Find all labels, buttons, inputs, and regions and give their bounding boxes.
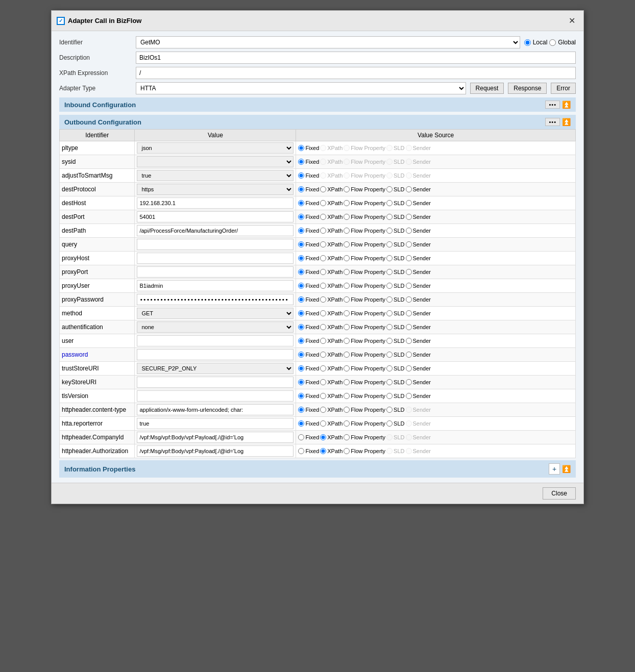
sld-radio[interactable] (386, 310, 393, 316)
xpath-radio[interactable] (320, 420, 326, 427)
local-radio[interactable] (524, 39, 531, 46)
xpath-radio[interactable] (320, 255, 326, 261)
close-button[interactable]: Close (543, 487, 576, 500)
sld-radio[interactable] (386, 228, 393, 234)
value-select[interactable]: SECURE_P2P_ONLY (137, 363, 294, 374)
flow-radio[interactable] (344, 393, 350, 399)
information-collapse-button[interactable]: ⏫ (562, 465, 571, 473)
xpath-input[interactable] (136, 67, 576, 79)
sld-radio[interactable] (386, 200, 393, 206)
xpath-radio[interactable] (320, 365, 326, 371)
value-text-input[interactable] (137, 404, 294, 415)
flow-radio[interactable] (344, 214, 350, 220)
value-text-input[interactable] (137, 280, 294, 291)
value-text-input[interactable] (137, 225, 294, 236)
inbound-collapse-button[interactable]: ⏫ (562, 101, 571, 109)
fixed-radio[interactable] (298, 255, 304, 261)
fixed-radio[interactable] (298, 296, 304, 303)
flow-radio[interactable] (344, 200, 350, 206)
sld-radio[interactable] (386, 324, 393, 330)
sender-radio[interactable] (406, 186, 412, 192)
value-text-input[interactable] (137, 239, 294, 250)
fixed-radio[interactable] (298, 393, 304, 399)
sld-radio[interactable] (386, 393, 393, 399)
fixed-radio[interactable] (298, 352, 304, 358)
xpath-radio[interactable] (320, 200, 326, 206)
xpath-radio[interactable] (320, 352, 326, 358)
sender-radio[interactable] (406, 283, 412, 289)
flow-radio[interactable] (344, 296, 350, 303)
information-add-button[interactable]: + (549, 463, 560, 475)
value-text-input[interactable] (137, 445, 294, 457)
value-text-input[interactable] (137, 266, 294, 278)
xpath-radio[interactable] (320, 324, 326, 330)
sender-radio[interactable] (406, 214, 412, 220)
sender-radio[interactable] (406, 338, 412, 344)
fixed-radio[interactable] (298, 365, 304, 371)
sld-radio[interactable] (386, 420, 393, 427)
xpath-radio[interactable] (320, 310, 326, 316)
value-select[interactable]: https (137, 184, 294, 195)
xpath-radio[interactable] (320, 393, 326, 399)
flow-radio[interactable] (344, 228, 350, 234)
sender-radio[interactable] (406, 200, 412, 206)
sender-radio[interactable] (406, 352, 412, 358)
xpath-radio[interactable] (320, 186, 326, 192)
outbound-dots-button[interactable]: ••• (545, 118, 560, 126)
value-text-input[interactable] (137, 335, 294, 346)
fixed-radio[interactable] (298, 379, 304, 385)
value-text-input[interactable] (137, 432, 294, 443)
fixed-radio[interactable] (298, 269, 304, 275)
sender-radio[interactable] (406, 241, 412, 247)
fixed-radio[interactable] (298, 283, 304, 289)
fixed-radio[interactable] (298, 310, 304, 316)
value-text-input[interactable] (137, 197, 294, 209)
flow-radio[interactable] (344, 434, 350, 440)
flow-radio[interactable] (344, 310, 350, 316)
value-text-input[interactable] (137, 377, 294, 388)
adapter-type-select[interactable]: HTTA (136, 82, 466, 94)
global-radio[interactable] (549, 39, 556, 46)
flow-radio[interactable] (344, 255, 350, 261)
flow-radio[interactable] (344, 379, 350, 385)
sender-radio[interactable] (406, 228, 412, 234)
xpath-radio[interactable] (320, 434, 326, 440)
value-text-input[interactable] (137, 253, 294, 264)
flow-radio[interactable] (344, 338, 350, 344)
xpath-radio[interactable] (320, 269, 326, 275)
information-properties-header[interactable]: Information Properties + ⏫ (59, 460, 576, 478)
sld-radio[interactable] (386, 283, 393, 289)
xpath-radio[interactable] (320, 241, 326, 247)
sender-radio[interactable] (406, 393, 412, 399)
outbound-config-header[interactable]: Outbound Configuration ••• ⏫ (59, 115, 576, 129)
sld-radio[interactable] (386, 407, 393, 413)
sender-radio[interactable] (406, 296, 412, 303)
xpath-radio[interactable] (320, 283, 326, 289)
fixed-radio[interactable] (298, 145, 304, 151)
sender-radio[interactable] (406, 255, 412, 261)
identifier-select[interactable]: GetMO (136, 36, 520, 48)
flow-radio[interactable] (344, 352, 350, 358)
outbound-collapse-button[interactable]: ⏫ (562, 118, 571, 126)
flow-radio[interactable] (344, 283, 350, 289)
fixed-radio[interactable] (298, 241, 304, 247)
value-select[interactable]: none (137, 321, 294, 333)
value-select[interactable]: GET (137, 308, 294, 319)
sender-radio[interactable] (406, 324, 412, 330)
xpath-radio[interactable] (320, 338, 326, 344)
xpath-radio[interactable] (320, 379, 326, 385)
fixed-radio[interactable] (298, 200, 304, 206)
identifier-link[interactable]: password (62, 351, 88, 358)
description-input[interactable] (136, 52, 576, 64)
sld-radio[interactable] (386, 338, 393, 344)
sld-radio[interactable] (386, 365, 393, 371)
fixed-radio[interactable] (298, 338, 304, 344)
sender-radio[interactable] (406, 365, 412, 371)
flow-radio[interactable] (344, 269, 350, 275)
flow-radio[interactable] (344, 407, 350, 413)
xpath-radio[interactable] (320, 228, 326, 234)
flow-radio[interactable] (344, 324, 350, 330)
sender-radio[interactable] (406, 310, 412, 316)
sld-radio[interactable] (386, 214, 393, 220)
flow-radio[interactable] (344, 241, 350, 247)
